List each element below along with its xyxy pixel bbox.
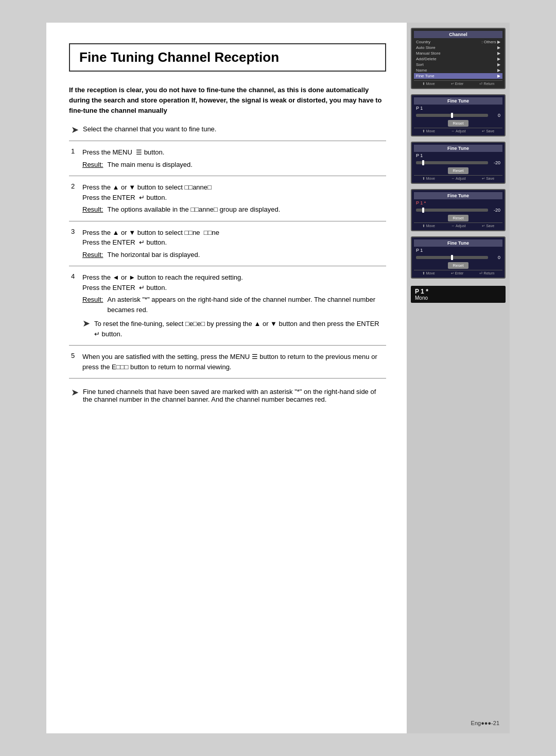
step-content-2: Press the ▲ or ▼ button to select □□anne… (80, 176, 386, 221)
table-row: 3 Press the ▲ or ▼ button to select □□ne… (69, 221, 386, 266)
screen5-bar-row: 0 (414, 254, 502, 261)
step-content-1: Press the MENU ☰ button. Result: The mai… (80, 141, 386, 176)
result-label-1: Result: (82, 160, 103, 170)
main-content: Fine Tuning Channel Reception If the rec… (46, 23, 407, 733)
step-num-1: 1 (69, 141, 80, 176)
screen3-bar-track (416, 161, 488, 164)
screen4-bar-track (416, 209, 488, 212)
step-num-4: 4 (69, 266, 80, 346)
step-content-5: When you are satisfied with the setting,… (80, 346, 386, 379)
screen5-bar-track (416, 256, 488, 259)
screen5-value: 0 (490, 255, 500, 260)
screen5-footer: ⬆ Move ↵ Enter ⏎ Return (414, 270, 502, 276)
sidebar-screen-2: Fine Tune P 1 0 Reset ⬆ Move ↔ Adjust ↵ … (411, 94, 506, 136)
screen2-bar-row: 0 (414, 112, 502, 119)
screen1-item-name: Name▶ (414, 67, 502, 73)
result-line-4: Result: An asterisk "*" appears on the r… (82, 295, 384, 315)
footer-note: ➤ Fine tuned channels that have been sav… (71, 388, 386, 403)
step-main-1: Press the MENU ☰ button. (82, 147, 384, 158)
result-line-1: Result: The main menu is displayed. (82, 160, 384, 170)
screen3-footer: ⬆ Move ↔ Adjust ↵ Save (414, 175, 502, 181)
screen4-bar-thumb (422, 208, 424, 213)
step-main-2: Press the ▲ or ▼ button to select □□anne… (82, 182, 384, 202)
screen1-item-manual-store: Manual Store▶ (414, 50, 502, 56)
screen4-reset: Reset (448, 215, 469, 221)
steps-table: 1 Press the MENU ☰ button. Result: The m… (69, 141, 386, 379)
sidebar-screen-4: Fine Tune P 1 * -20 Reset ⬆ Move ↔ Adjus… (411, 189, 506, 231)
step4-tip: ➤ To reset the fine-tuning, select □e□e□… (82, 319, 384, 339)
screen4-channel: P 1 * (414, 199, 502, 207)
sidebar-screen-1: Channel Country: Others ▶ Auto Store▶ Ma… (411, 28, 506, 89)
step-num-2: 2 (69, 176, 80, 221)
footer-tip-text: Fine tuned channels that have been saved… (83, 388, 386, 403)
step-num-5: 5 (69, 346, 80, 379)
screen4-value: -20 (490, 208, 500, 213)
screen5-bar-thumb (451, 255, 453, 260)
step-num-3: 3 (69, 221, 80, 266)
screen4-header: Fine Tune (414, 192, 502, 199)
screen2-channel: P 1 (414, 105, 502, 112)
screen3-bar-thumb (422, 160, 424, 165)
tip-arrow-4: ➤ (82, 319, 90, 329)
step-main-5: When you are satisfied with the setting,… (82, 352, 384, 372)
screen2-bar-thumb (451, 113, 453, 118)
info-bar-channel: P 1 * (415, 288, 501, 295)
table-row: 4 Press the ◄ or ► button to reach the r… (69, 266, 386, 346)
result-label-3: Result: (82, 250, 103, 260)
screen3-header: Fine Tune (414, 145, 502, 152)
screen5-reset: Reset (448, 262, 469, 269)
screen1-item-auto-store: Auto Store▶ (414, 45, 502, 50)
screen2-footer: ⬆ Move ↔ Adjust ↵ Save (414, 128, 502, 133)
sidebar: Channel Country: Others ▶ Auto Store▶ Ma… (407, 23, 510, 733)
screen3-channel: P 1 (414, 152, 502, 159)
step-main-4: Press the ◄ or ► button to reach the req… (82, 272, 384, 293)
result-text-1: The main menu is displayed. (107, 160, 384, 170)
page-number: Eng●●●-21 (471, 720, 499, 726)
footer-tip-arrow: ➤ (71, 388, 79, 398)
table-row: 1 Press the MENU ☰ button. Result: The m… (69, 141, 386, 176)
result-text-2: The options available in the □□anne□ gro… (107, 204, 384, 215)
result-text-3: The horizontal bar is displayed. (107, 250, 384, 260)
screen2-reset: Reset (448, 120, 469, 127)
tv-info-bar: P 1 * Mono (411, 286, 506, 303)
screen4-bar-row: -20 (414, 207, 502, 214)
screen1-item-fine-tune: Fine Tune▶ (414, 73, 502, 79)
step-content-3: Press the ▲ or ▼ button to select □□ne □… (80, 221, 386, 266)
screen4-footer: ⬆ Move ↔ Adjust ↵ Save (414, 222, 502, 228)
page-title: Fine Tuning Channel Reception (69, 43, 386, 72)
result-text-4: An asterisk "*" appears on the right-han… (107, 295, 384, 315)
screen3-value: -20 (490, 160, 500, 165)
screen2-header: Fine Tune (414, 97, 502, 105)
screen1-item-country: Country: Others ▶ (414, 39, 502, 45)
table-row: 2 Press the ▲ or ▼ button to select □□an… (69, 176, 386, 221)
step-content-4: Press the ◄ or ► button to reach the req… (80, 266, 386, 346)
screen1-item-sort: Sort▶ (414, 62, 502, 67)
table-row: 5 When you are satisfied with the settin… (69, 346, 386, 379)
tip-text-1: Select the channel that you want to fine… (83, 125, 216, 133)
screen2-value: 0 (490, 113, 500, 118)
screen1-item-add-delete: Add/Delete▶ (414, 56, 502, 62)
screen3-bar-row: -20 (414, 159, 502, 166)
result-label-2: Result: (82, 204, 103, 215)
screen5-channel: P 1 (414, 247, 502, 254)
info-bar-mode: Mono (415, 295, 501, 301)
screen2-bar-track (416, 114, 488, 117)
screen1-header: Channel (414, 31, 502, 38)
screen3-reset: Reset (448, 167, 469, 174)
result-line-2: Result: The options available in the □□a… (82, 204, 384, 215)
page: Fine Tuning Channel Reception If the rec… (46, 23, 510, 733)
tip-text-4: To reset the fine-tuning, select □e□e□ b… (94, 319, 384, 339)
result-label-4: Result: (82, 295, 103, 315)
tip-arrow-1: ➤ (71, 125, 79, 135)
tip-line-1: ➤ Select the channel that you want to fi… (71, 125, 386, 135)
result-line-3: Result: The horizontal bar is displayed. (82, 250, 384, 260)
screen1-footer: ⬆ Move ↵ Enter ⏎ Return (414, 80, 502, 86)
step-main-3: Press the ▲ or ▼ button to select □□ne □… (82, 228, 384, 248)
sidebar-screen-3: Fine Tune P 1 -20 Reset ⬆ Move ↔ Adjust … (411, 142, 506, 184)
sidebar-screen-5: Fine Tune P 1 0 Reset ⬆ Move ↵ Enter ⏎ R… (411, 236, 506, 279)
screen5-header: Fine Tune (414, 239, 502, 247)
intro-paragraph: If the reception is clear, you do not ha… (69, 85, 386, 116)
